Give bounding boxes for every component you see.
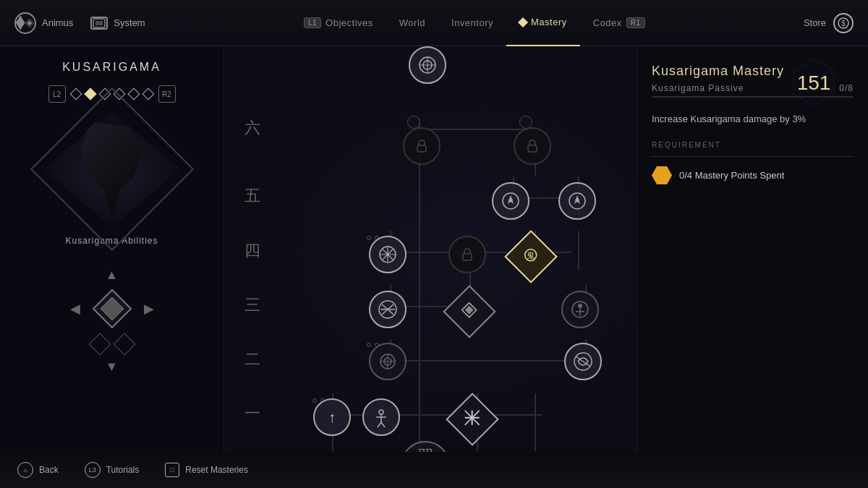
skill-row3-node2[interactable] bbox=[561, 291, 599, 328]
node-row4-1-icon bbox=[369, 236, 407, 273]
weapon-portrait bbox=[43, 111, 181, 227]
skill-root-node[interactable]: 習得 bbox=[401, 441, 450, 452]
bottom-bar: ○ Back L3 Tutorials □ Reset Masteries bbox=[0, 452, 868, 488]
svg-rect-70 bbox=[528, 145, 537, 152]
skill-row1-node2[interactable] bbox=[362, 398, 400, 436]
svg-rect-62 bbox=[463, 254, 472, 260]
skill-row2-node2[interactable] bbox=[564, 343, 602, 380]
svg-marker-1 bbox=[27, 20, 33, 25]
node-row6-lock1-icon bbox=[403, 127, 441, 165]
kanji-row-6: 六 bbox=[244, 117, 260, 139]
rp-description: Increase Kusarigama damage by 3% bbox=[652, 112, 854, 127]
node-row4-locked-icon bbox=[448, 236, 486, 273]
back-btn-icon: ○ bbox=[17, 462, 33, 478]
kanji-row-2: 二 bbox=[244, 348, 260, 370]
kanji-row-4: 四 bbox=[244, 240, 260, 262]
animus-label: Animus bbox=[42, 17, 73, 28]
node-row2-1-icon bbox=[369, 343, 407, 380]
nav-right-chevron[interactable]: ▶ bbox=[144, 301, 154, 317]
node-row5-2-icon bbox=[558, 182, 596, 220]
tutorials-label: Tutorials bbox=[106, 465, 140, 475]
node-row4-diamond-icon: 鬼 bbox=[504, 230, 558, 283]
nav-codex[interactable]: Codex R1 bbox=[580, 0, 658, 46]
skill-row4-diamond[interactable]: 鬼 bbox=[510, 236, 552, 278]
svg-rect-69 bbox=[417, 145, 426, 152]
reset-btn-icon: □ bbox=[165, 463, 179, 477]
tree-background bbox=[224, 46, 637, 452]
objectives-label: Objectives bbox=[326, 17, 373, 28]
btn-l2[interactable]: L2 bbox=[48, 85, 66, 103]
req-hex-icon bbox=[652, 166, 672, 186]
skill-row4-locked[interactable] bbox=[448, 236, 486, 273]
rp-req-row: 0/4 Mastery Points Spent bbox=[652, 166, 854, 186]
nav-center: L1 Objectives World Inventory Mastery Co… bbox=[145, 0, 804, 46]
diamond-2-active bbox=[84, 88, 96, 100]
svg-text:$: $ bbox=[841, 20, 846, 27]
skill-row1-node1[interactable]: ↑ bbox=[313, 398, 351, 436]
weapon-title: KUSARIGAMA bbox=[62, 61, 161, 74]
world-label: World bbox=[399, 17, 425, 28]
node-row3-diamond-icon bbox=[443, 285, 496, 338]
left-panel: KUSARIGAMA L2 R2 Kusarigama Abilities ▲ … bbox=[0, 46, 224, 452]
skill-row5-node2[interactable] bbox=[558, 182, 596, 220]
svg-line-37 bbox=[378, 422, 381, 427]
store-icon: $ bbox=[833, 13, 854, 33]
nav-world[interactable]: World bbox=[386, 0, 438, 46]
node-row1-1-icon: ↑ bbox=[313, 398, 351, 436]
skill-row4-node2[interactable] bbox=[409, 46, 446, 84]
nav-mastery[interactable]: Mastery bbox=[506, 0, 580, 46]
tutorials-btn-icon: L3 bbox=[85, 462, 101, 478]
skill-row3-node1[interactable] bbox=[369, 291, 407, 328]
node-row1-2-icon bbox=[362, 398, 400, 436]
store-label[interactable]: Store bbox=[804, 17, 826, 28]
svg-line-38 bbox=[381, 422, 385, 427]
system-label: System bbox=[114, 17, 145, 28]
weapon-tree-mini: ▲ ◀ ▶ ▼ bbox=[70, 267, 154, 374]
node-row1-diamond-icon bbox=[446, 393, 499, 446]
svg-marker-68 bbox=[574, 195, 580, 204]
rp-req-text: 0/4 Mastery Points Spent bbox=[679, 170, 784, 181]
mastery-count-value: 151 bbox=[797, 72, 831, 95]
system-icon bbox=[90, 17, 108, 30]
node-row6-lock2-icon bbox=[514, 127, 551, 165]
nav-middle-row: ◀ ▶ bbox=[70, 287, 154, 330]
nav-down-chevron[interactable]: ▼ bbox=[106, 359, 119, 374]
mastery-diamond-icon bbox=[518, 17, 528, 27]
svg-marker-66 bbox=[508, 195, 514, 204]
skill-row5-node1[interactable] bbox=[492, 182, 529, 220]
back-label: Back bbox=[39, 465, 59, 475]
nav-objectives[interactable]: L1 Objectives bbox=[291, 0, 386, 46]
nav-left-chevron[interactable]: ◀ bbox=[70, 301, 80, 317]
kanji-row-1: 一 bbox=[244, 403, 260, 424]
rp-divider bbox=[652, 156, 854, 157]
diamond-5 bbox=[127, 88, 140, 100]
btn-r2[interactable]: R2 bbox=[158, 85, 176, 103]
node-row5-1-icon bbox=[492, 182, 529, 220]
nav-up-chevron[interactable]: ▲ bbox=[106, 267, 119, 283]
nav-inventory[interactable]: Inventory bbox=[438, 0, 506, 46]
diamond-1 bbox=[69, 88, 82, 100]
skill-row6-locked2[interactable] bbox=[514, 127, 551, 165]
svg-rect-3 bbox=[95, 21, 103, 25]
nav-system[interactable]: System bbox=[90, 17, 145, 30]
tutorials-action[interactable]: L3 Tutorials bbox=[85, 462, 140, 478]
mini-diamond-2 bbox=[113, 333, 135, 355]
node-row3-2-icon bbox=[561, 291, 599, 328]
reset-action[interactable]: □ Reset Masteries bbox=[165, 463, 248, 477]
skill-row6-locked1[interactable] bbox=[403, 127, 441, 165]
codex-badge: R1 bbox=[626, 17, 645, 28]
skill-row4-node1[interactable] bbox=[369, 236, 407, 273]
svg-point-54 bbox=[578, 304, 582, 308]
mini-diamond-1 bbox=[88, 333, 111, 355]
back-action[interactable]: ○ Back bbox=[17, 462, 59, 478]
kanji-row-5: 五 bbox=[244, 185, 260, 207]
inventory-label: Inventory bbox=[451, 17, 493, 28]
right-panel: Kusarigama Mastery Kusarigama Passive 0/… bbox=[637, 46, 868, 452]
rp-passive-value: 0/8 bbox=[839, 83, 854, 93]
mastery-label: Mastery bbox=[531, 17, 567, 27]
skill-row2-node1[interactable] bbox=[369, 343, 407, 380]
skill-row3-diamond[interactable] bbox=[448, 291, 490, 333]
nav-animus[interactable]: Animus bbox=[14, 12, 73, 34]
nav-right: Store $ bbox=[804, 13, 854, 33]
skill-row1-diamond[interactable] bbox=[451, 398, 493, 440]
